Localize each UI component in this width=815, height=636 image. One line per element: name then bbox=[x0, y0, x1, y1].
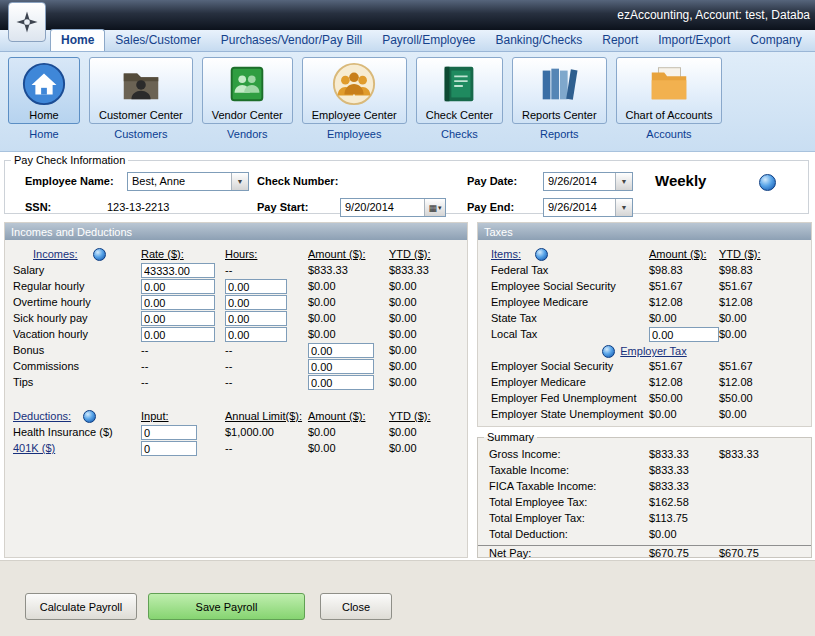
toolbar-button-vendor-center[interactable]: Vendor Center Vendors bbox=[202, 57, 293, 151]
menu-tab-sales-customer[interactable]: Sales/Customer bbox=[105, 30, 210, 51]
employee-name-select[interactable]: Best, Anne ▼ bbox=[127, 172, 249, 191]
menu-tab-import-export[interactable]: Import/Export bbox=[648, 30, 740, 51]
toolbar-button-customer-center[interactable]: Customer Center Customers bbox=[89, 57, 193, 151]
employer-tax-link[interactable]: Employer Tax bbox=[620, 345, 686, 357]
income-amount: $0.00 bbox=[308, 296, 336, 308]
sick-hours-input[interactable] bbox=[225, 311, 287, 326]
pay-date-select[interactable]: 9/26/2014 ▼ bbox=[543, 172, 633, 191]
app-logo-icon[interactable] bbox=[8, 2, 46, 42]
employee-name-label: Employee Name: bbox=[25, 175, 114, 187]
deductions-header-row: Deductions: Input: Annual Limit($): Amou… bbox=[5, 409, 467, 425]
tool-sublabel: Checks bbox=[441, 128, 478, 140]
deduction-amount: $0.00 bbox=[308, 426, 336, 438]
menu-tab-payroll-employee[interactable]: Payroll/Employee bbox=[372, 30, 485, 51]
incomes-help-icon[interactable] bbox=[93, 248, 106, 261]
summary-label: Gross Income: bbox=[489, 448, 561, 460]
income-amount: $0.00 bbox=[308, 328, 336, 340]
menu-tab-company[interactable]: Company bbox=[740, 30, 811, 51]
summary-amount: $833.33 bbox=[649, 464, 689, 476]
tool-sublabel: Reports bbox=[540, 128, 579, 140]
tax-row: Employer Medicare $12.08 $12.08 bbox=[478, 375, 811, 391]
employer-tax-help-icon[interactable] bbox=[602, 345, 615, 358]
check-number-input[interactable] bbox=[353, 172, 457, 192]
tips-amount-input[interactable] bbox=[308, 375, 374, 390]
income-rate: -- bbox=[141, 344, 148, 356]
health-insurance-input[interactable] bbox=[141, 425, 197, 440]
sick-rate-input[interactable] bbox=[141, 311, 215, 326]
income-ytd: $0.00 bbox=[389, 296, 417, 308]
toolbar-button-home[interactable]: Home Home bbox=[8, 57, 80, 151]
pay-end-select[interactable]: 9/26/2014 ▼ bbox=[543, 198, 633, 217]
regular-rate-input[interactable] bbox=[141, 279, 215, 294]
commissions-amount-input[interactable] bbox=[308, 359, 374, 374]
pay-start-datepicker[interactable]: 9/20/2014 ▦▾ bbox=[340, 198, 446, 217]
overtime-hours-input[interactable] bbox=[225, 295, 287, 310]
menu-tab-purchases-vendor-pay-bill[interactable]: Purchases/Vendor/Pay Bill bbox=[211, 30, 372, 51]
customer-center-icon bbox=[118, 61, 164, 107]
401k-input[interactable] bbox=[141, 441, 197, 456]
toolbar-button-reports-center[interactable]: Reports Center Reports bbox=[512, 57, 607, 151]
tool-sublabel: Vendors bbox=[227, 128, 267, 140]
income-label: Bonus bbox=[13, 344, 44, 356]
regular-hours-input[interactable] bbox=[225, 279, 287, 294]
toolbar-button-employee-center[interactable]: Employee Center Employees bbox=[302, 57, 407, 151]
calculate-payroll-button[interactable]: Calculate Payroll bbox=[25, 593, 137, 620]
deduction-401k-link[interactable]: 401K ($) bbox=[13, 442, 55, 454]
close-button[interactable]: Close bbox=[320, 593, 392, 620]
deductions-help-icon[interactable] bbox=[83, 410, 96, 423]
taxes-header-row: Items: Amount ($): YTD ($): bbox=[478, 247, 811, 263]
summary-label: Total Deduction: bbox=[489, 528, 568, 540]
menu-tab-report[interactable]: Report bbox=[592, 30, 648, 51]
tax-label: Employer State Unemployment bbox=[491, 408, 643, 420]
tax-amount: $50.00 bbox=[649, 392, 683, 404]
deduction-row: 401K ($) -- $0.00 $0.00 bbox=[5, 441, 467, 457]
input-column-header: Input: bbox=[141, 410, 169, 422]
tax-ytd: $51.67 bbox=[719, 280, 753, 292]
incomes-link[interactable]: Incomes: bbox=[33, 248, 78, 260]
local-tax-input[interactable] bbox=[649, 327, 719, 342]
menu-tab-banking-checks[interactable]: Banking/Checks bbox=[486, 30, 593, 51]
tax-amount: $51.67 bbox=[649, 360, 683, 372]
income-label: Sick hourly pay bbox=[13, 312, 88, 324]
chevron-down-icon[interactable]: ▼ bbox=[231, 173, 248, 190]
items-link[interactable]: Items: bbox=[491, 248, 521, 260]
income-hours: -- bbox=[225, 360, 232, 372]
summary-ytd: $833.33 bbox=[719, 448, 759, 460]
menu-tab-home[interactable]: Home bbox=[50, 29, 105, 51]
income-label: Vacation hourly bbox=[13, 328, 88, 340]
income-amount: $833.33 bbox=[308, 264, 348, 276]
toolbar-button-check-center[interactable]: Check Center Checks bbox=[416, 57, 503, 151]
menubar: Home Sales/Customer Purchases/Vendor/Pay… bbox=[0, 30, 815, 52]
salary-rate-input[interactable] bbox=[141, 263, 215, 278]
pay-end-label: Pay End: bbox=[467, 201, 514, 213]
paycheck-help-icon[interactable] bbox=[759, 174, 776, 191]
deductions-link[interactable]: Deductions: bbox=[13, 410, 71, 422]
toolbar-button-chart-of-accounts[interactable]: Chart of Accounts Accounts bbox=[616, 57, 723, 151]
chevron-down-icon[interactable]: ▼ bbox=[615, 173, 632, 190]
tax-label: Federal Tax bbox=[491, 264, 548, 276]
chevron-down-icon[interactable]: ▼ bbox=[615, 199, 632, 216]
window-title: ezAccounting, Account: test, Databa bbox=[617, 8, 810, 22]
tool-label: Home bbox=[29, 109, 58, 121]
bonus-amount-input[interactable] bbox=[308, 343, 374, 358]
menu-tab-help[interactable]: Help bbox=[812, 30, 815, 51]
app-window: ezAccounting, Account: test, Databa Home… bbox=[0, 0, 815, 636]
income-ytd: $833.33 bbox=[389, 264, 429, 276]
items-help-icon[interactable] bbox=[535, 248, 548, 261]
net-pay-label: Net Pay: bbox=[489, 547, 531, 559]
deduction-limit: $1,000.00 bbox=[225, 426, 274, 438]
tax-label: Employee Medicare bbox=[491, 296, 588, 308]
vacation-hours-input[interactable] bbox=[225, 327, 287, 342]
income-ytd: $0.00 bbox=[389, 344, 417, 356]
vacation-rate-input[interactable] bbox=[141, 327, 215, 342]
save-payroll-button[interactable]: Save Payroll bbox=[148, 593, 305, 620]
ytd-column-header: YTD ($): bbox=[389, 248, 431, 260]
tool-sublabel: Customers bbox=[114, 128, 167, 140]
summary-row: FICA Taxable Income: $833.33 bbox=[478, 479, 811, 495]
toolbar: Home Home Customer Center Customers Vend… bbox=[0, 52, 815, 152]
income-row: Sick hourly pay $0.00 $0.00 bbox=[5, 311, 467, 327]
overtime-rate-input[interactable] bbox=[141, 295, 215, 310]
ytd-column-header: YTD ($): bbox=[389, 410, 431, 422]
tool-label: Check Center bbox=[426, 109, 493, 121]
calendar-icon[interactable]: ▦▾ bbox=[424, 199, 445, 216]
